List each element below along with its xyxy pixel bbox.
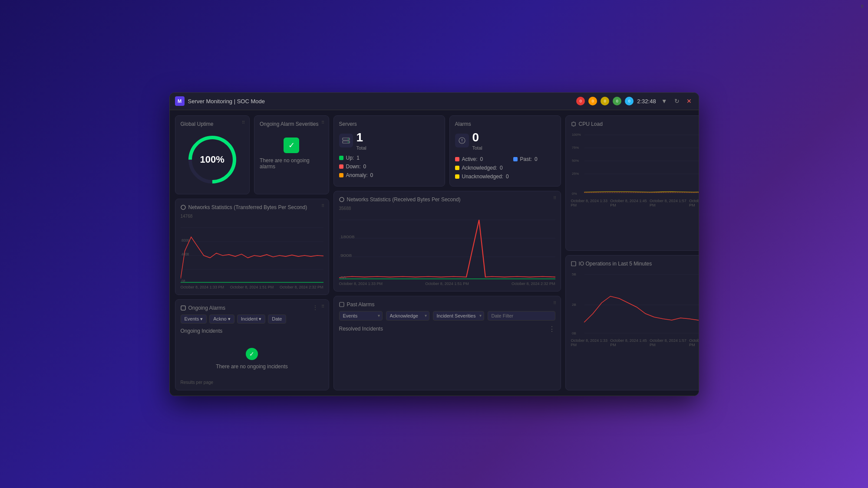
- severity-select-wrap: Incident Severities: [433, 311, 484, 321]
- svg-text:50%: 50%: [572, 159, 579, 163]
- main-window: M Server Monitoring | SOC Mode 0 0 0 0 0…: [169, 92, 699, 396]
- servers-total-display: 1 Total: [356, 131, 366, 151]
- no-alarms-text: There are no ongoing alarms: [260, 157, 323, 170]
- down-dot: [339, 164, 343, 169]
- drag-handle-2[interactable]: ⠿: [321, 120, 324, 125]
- servers-total: 1 Total: [339, 131, 439, 151]
- date-filter-input[interactable]: [488, 311, 555, 321]
- drag-handle[interactable]: ⠿: [242, 120, 245, 125]
- io-operations-chart: 5B 2B 0B: [571, 270, 699, 337]
- filter-events[interactable]: Events ▾: [181, 314, 207, 324]
- svg-point-13: [348, 141, 349, 142]
- close-button[interactable]: ✕: [685, 97, 693, 105]
- pagination-label: Results per page: [181, 380, 214, 385]
- dashboard: ⠿ Global Uptime 100% ⠿ Ongoing Alarm Sev…: [170, 110, 699, 396]
- status-dot-blue[interactable]: 0: [625, 97, 634, 105]
- networks-received-chart: 35688 18008 9008 08: [339, 206, 555, 280]
- filter-date[interactable]: Date: [268, 314, 286, 324]
- servers-alarms-row: ⠿ Servers: [333, 115, 561, 187]
- drag-handle-8[interactable]: ⠿: [553, 301, 556, 305]
- status-dot-red[interactable]: 0: [576, 97, 585, 105]
- svg-text:25%: 25%: [572, 172, 579, 176]
- ongoing-incidents-title: Ongoing Incidents: [181, 328, 223, 334]
- status-dot-orange[interactable]: 0: [588, 97, 597, 105]
- incidents-empty: ✓ There are no ongoing incidents: [181, 341, 323, 377]
- networks-transferred-card: ⠿ Networks Statistics (Transferred Bytes…: [175, 199, 329, 295]
- ongoing-alarms-card: ⠿ Ongoing Alarms Events ▾ Ackno ▾ Incide…: [175, 299, 329, 390]
- servers-title: Servers: [339, 121, 439, 127]
- no-incidents-text: There are no ongoing incidents: [216, 364, 287, 370]
- alarms-past: Past: 0: [513, 155, 555, 164]
- card-menu-icon[interactable]: ⋮: [312, 304, 318, 311]
- svg-point-17: [340, 197, 344, 202]
- servers-down: Down: 0: [339, 164, 439, 170]
- severity-select[interactable]: Incident Severities: [433, 311, 484, 321]
- alarms-unacknowledged: Unacknowledged: 0: [455, 172, 509, 181]
- anomaly-dot: [339, 173, 343, 177]
- global-uptime-card: ⠿ Global Uptime 100%: [175, 115, 250, 194]
- status-dot-yellow[interactable]: 0: [601, 97, 609, 105]
- servers-icon: [339, 134, 353, 147]
- right-column: ⠿ CPU Load 100% 75% 50% 25% 0%: [565, 115, 699, 390]
- alarms-right: Past: 0: [513, 155, 555, 181]
- svg-text:08: 08: [340, 275, 346, 279]
- app-logo: M: [175, 96, 185, 106]
- refresh-button[interactable]: ↻: [673, 97, 681, 105]
- drag-handle-7[interactable]: ⠿: [553, 196, 556, 200]
- cpu-load-title: CPU Load: [571, 121, 699, 127]
- servers-anomaly: Anomaly: 0: [339, 172, 439, 178]
- cpu-load-chart: 100% 75% 50% 25% 0%: [571, 131, 699, 198]
- alarms-icon: [455, 134, 469, 147]
- svg-text:0%: 0%: [572, 192, 577, 196]
- drag-handle-3[interactable]: ⠿: [321, 203, 324, 208]
- status-dot-green[interactable]: 0: [613, 97, 621, 105]
- past-alarms-filters: Events Acknowledge Incident Severities: [339, 311, 555, 321]
- app-title: Server Monitoring | SOC Mode: [188, 98, 573, 105]
- filter-button[interactable]: ▼: [660, 97, 669, 105]
- filter-acknowledge[interactable]: Ackno ▾: [209, 314, 234, 324]
- acknowledge-select[interactable]: Acknowledge: [386, 311, 429, 321]
- unack-dot: [455, 174, 459, 179]
- alarms-total: 0 Total: [455, 131, 555, 151]
- chart-y-label: 14768: [181, 214, 193, 219]
- left-column: ⠿ Global Uptime 100% ⠿ Ongoing Alarm Sev…: [175, 115, 329, 390]
- filter-row: Events ▾ Ackno ▾ Incident ▾ Date: [181, 314, 323, 324]
- servers-stats: Up: 1 Down: 0 Anomaly: 0: [339, 155, 439, 178]
- drag-handle-4[interactable]: ⠿: [321, 304, 324, 309]
- alarms-stats: Active: 0 Acknowledged: 0 Unacknowledged…: [455, 155, 555, 181]
- ack-dot: [455, 166, 459, 170]
- io-chart-svg: 5B 2B 0B: [571, 270, 699, 337]
- chart-svg-rx: 18008 9008 08: [339, 206, 555, 280]
- svg-rect-9: [181, 306, 185, 310]
- svg-text:5B: 5B: [572, 272, 576, 276]
- events-select-wrap: Events: [339, 311, 383, 321]
- alarms-card: ⠿ Alarms 0: [449, 115, 561, 187]
- check-icon: ✓: [284, 138, 299, 153]
- servers-card: ⠿ Servers: [333, 115, 445, 187]
- past-dot: [513, 157, 518, 161]
- servers-up: Up: 1: [339, 155, 439, 161]
- svg-text:4008: 4008: [181, 252, 189, 256]
- chart-timestamps: October 8, 2024 1:33 PM October 8, 2024 …: [181, 285, 323, 289]
- events-select[interactable]: Events: [339, 311, 383, 321]
- svg-rect-26: [572, 122, 575, 126]
- networks-transferred-title: Networks Statistics (Transferred Bytes P…: [181, 204, 323, 210]
- svg-text:18008: 18008: [340, 235, 354, 239]
- svg-point-0: [181, 205, 185, 210]
- svg-text:100%: 100%: [572, 133, 581, 137]
- alarms-total-display: 0 Total: [472, 131, 482, 151]
- svg-point-12: [348, 138, 349, 139]
- filter-incident[interactable]: Incident ▾: [237, 314, 266, 324]
- alarm-severities-card: ⠿ Ongoing Alarm Severities ✓ There are n…: [254, 115, 329, 194]
- networks-transferred-chart: 14768 8008 4008 08: [181, 214, 323, 283]
- uptime-percentage: 100%: [200, 154, 224, 165]
- cpu-timestamps: October 8, 2024 1:33 PM October 8, 2024 …: [571, 199, 699, 207]
- up-dot: [339, 156, 343, 160]
- check-green-icon: ✓: [246, 348, 258, 360]
- resolved-menu-icon[interactable]: ⋮: [548, 325, 555, 333]
- svg-rect-25: [340, 302, 344, 307]
- titlebar-right: 0 0 0 0 0 2:32:48 ▼ ↻ ✕: [576, 97, 693, 105]
- no-alarms-container: ✓ There are no ongoing alarms: [260, 131, 323, 177]
- svg-text:8008: 8008: [181, 238, 189, 242]
- cpu-load-card: ⠿ CPU Load 100% 75% 50% 25% 0%: [565, 115, 699, 251]
